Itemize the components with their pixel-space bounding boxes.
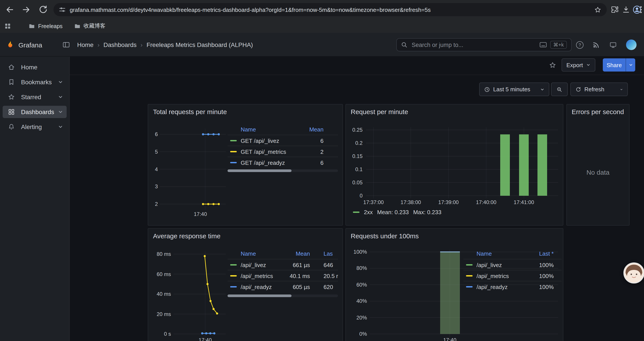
legend-series-name[interactable]: GET /api/_readyz bbox=[241, 159, 285, 166]
bookmark-star-icon[interactable] bbox=[594, 6, 602, 14]
grafana-logo[interactable] bbox=[5, 40, 15, 50]
panel-title[interactable]: Average response time bbox=[153, 232, 220, 240]
refresh-interval-dropdown[interactable] bbox=[616, 83, 628, 96]
sidebar-item-label: Bookmarks bbox=[21, 79, 52, 86]
export-label: Export bbox=[566, 62, 583, 68]
sidebar-nav: HomeBookmarksStarredDashboardsAlerting bbox=[0, 61, 69, 133]
site-settings-icon[interactable] bbox=[59, 6, 66, 13]
sidebar-item-bookmarks[interactable]: Bookmarks bbox=[3, 76, 67, 88]
chevron-down-icon bbox=[586, 63, 590, 67]
breadcrumb-item[interactable]: Freeleaps Metrics Dashboard (ALPHA) bbox=[146, 41, 253, 48]
folder-icon bbox=[74, 23, 80, 30]
legend-header-mean[interactable]: Mean bbox=[309, 126, 324, 133]
refresh-label: Refresh bbox=[584, 86, 604, 93]
sidebar-toggle-icon[interactable] bbox=[62, 41, 70, 49]
apps-grid-icon[interactable] bbox=[4, 23, 11, 30]
x-axis-tick: 17:40 bbox=[194, 211, 207, 217]
chevron-down-icon[interactable] bbox=[58, 94, 63, 100]
y-axis-tick: 0.15 bbox=[346, 153, 362, 159]
series-color-dash bbox=[230, 264, 237, 265]
sidebar-item-alerting[interactable]: Alerting bbox=[3, 121, 67, 133]
legend-series-name[interactable]: 2xx bbox=[364, 209, 373, 215]
legend-series-name[interactable]: GET /api/_metrics bbox=[241, 148, 286, 155]
legend-header-mean[interactable]: Mean bbox=[296, 250, 310, 257]
legend-series-name[interactable]: /api/_readyz bbox=[241, 283, 272, 290]
series-color-dash bbox=[230, 275, 237, 276]
back-icon[interactable] bbox=[4, 5, 15, 15]
legend-series-name[interactable]: /api/_readyz bbox=[476, 283, 508, 290]
legend-header-name[interactable]: Name bbox=[241, 126, 256, 133]
legend-mean-value: 2 bbox=[320, 148, 324, 155]
url-input[interactable] bbox=[70, 6, 590, 13]
share-button[interactable]: Share bbox=[603, 58, 626, 72]
download-icon[interactable] bbox=[622, 5, 630, 14]
breadcrumb-item[interactable]: Dashboards bbox=[104, 41, 136, 48]
legend-header-name[interactable]: Name bbox=[241, 250, 256, 257]
reload-icon[interactable] bbox=[38, 5, 48, 15]
chevron-down-icon[interactable] bbox=[58, 80, 63, 85]
dashboards-grid-icon bbox=[8, 108, 15, 115]
legend-series-name[interactable]: /api/_metrics bbox=[476, 272, 509, 279]
chevron-down-icon[interactable] bbox=[58, 109, 63, 115]
panel-title[interactable]: Request per minute bbox=[351, 108, 408, 115]
legend-row: /api/_metrics100% bbox=[464, 270, 562, 281]
search-shortcut: ⌘+k bbox=[550, 41, 567, 49]
search-icon bbox=[401, 42, 407, 48]
legend-header-row: NameMean bbox=[228, 124, 338, 135]
search-box[interactable]: ⌘+k bbox=[396, 38, 572, 51]
breadcrumb-item[interactable]: Home bbox=[77, 41, 94, 48]
breadcrumb-separator: › bbox=[98, 41, 100, 48]
legend-series-name[interactable]: /api/_livez bbox=[476, 261, 502, 268]
series-color-dash bbox=[230, 151, 237, 152]
legend-header-last[interactable]: Last * bbox=[539, 250, 554, 257]
sidebar-item-starred[interactable]: Starred bbox=[3, 91, 67, 103]
legend-series-name[interactable]: GET /api/_livez bbox=[241, 137, 279, 144]
panel-title[interactable]: Requests under 100ms bbox=[351, 232, 419, 240]
export-button[interactable]: Export bbox=[562, 58, 595, 72]
sidebar-item-dashboards[interactable]: Dashboards bbox=[3, 106, 67, 118]
y-axis-tick: 100% bbox=[346, 249, 367, 255]
legend-table: NameLast */api/_livez100%/api/_metrics10… bbox=[464, 248, 562, 292]
zoom-out-icon bbox=[556, 86, 562, 92]
legend-mean-value: 6 bbox=[320, 137, 324, 144]
bookmark-item[interactable]: 收藏博客 bbox=[74, 22, 106, 30]
breadcrumb-separator: › bbox=[140, 41, 142, 48]
panel-requests-under-100ms: Requests under 100ms NameLast */api/_liv… bbox=[346, 228, 563, 341]
panel-total-requests: Total requests per minute NameMeanGET /a… bbox=[148, 104, 343, 226]
chat-widget-avatar[interactable] bbox=[624, 262, 644, 283]
scrollbar-thumb[interactable] bbox=[228, 294, 292, 297]
legend-row: /api/_livez661 µs646 bbox=[228, 259, 338, 270]
favorite-star-icon[interactable] bbox=[549, 62, 556, 69]
chevron-down-icon[interactable] bbox=[58, 124, 63, 129]
legend-table: NameMeanLas/api/_livez661 µs646/api/_met… bbox=[228, 248, 338, 292]
panel-title[interactable]: Errors per second bbox=[572, 108, 624, 115]
y-axis-tick: 5 bbox=[148, 149, 158, 155]
bookmarks-bar: Freeleaps收藏博客 bbox=[0, 19, 644, 33]
monitor-icon[interactable] bbox=[609, 41, 617, 49]
search-input[interactable] bbox=[411, 41, 536, 49]
scrollbar-thumb[interactable] bbox=[228, 169, 292, 172]
legend-series-name[interactable]: /api/_livez bbox=[241, 261, 266, 268]
no-data-message: No data bbox=[567, 169, 629, 176]
rss-icon[interactable] bbox=[593, 41, 600, 48]
extensions-puzzle-icon[interactable] bbox=[610, 5, 619, 14]
help-icon[interactable]: ? bbox=[576, 41, 584, 49]
refresh-button[interactable]: Refresh bbox=[570, 83, 616, 96]
user-avatar[interactable] bbox=[626, 40, 636, 50]
legend-header-last[interactable]: Las bbox=[324, 250, 333, 257]
sidebar-item-label: Starred bbox=[21, 94, 41, 101]
legend-series-name[interactable]: /api/_metrics bbox=[241, 272, 273, 279]
forward-icon[interactable] bbox=[21, 5, 32, 15]
menu-kebab-icon[interactable] bbox=[639, 5, 643, 14]
bookmark-item[interactable]: Freeleaps bbox=[28, 23, 62, 30]
legend-header-name[interactable]: Name bbox=[476, 250, 492, 257]
zoom-out-button[interactable] bbox=[551, 83, 568, 96]
share-dropdown-button[interactable] bbox=[626, 58, 635, 72]
series-color-dash bbox=[466, 264, 472, 265]
sidebar-item-home[interactable]: Home bbox=[3, 61, 67, 73]
time-range-picker[interactable]: Last 5 minutes bbox=[479, 83, 549, 96]
bookmark-label: Freeleaps bbox=[38, 23, 62, 29]
panel-title[interactable]: Total requests per minute bbox=[153, 108, 227, 115]
refresh-icon bbox=[575, 86, 581, 92]
omnibox[interactable] bbox=[54, 3, 607, 16]
